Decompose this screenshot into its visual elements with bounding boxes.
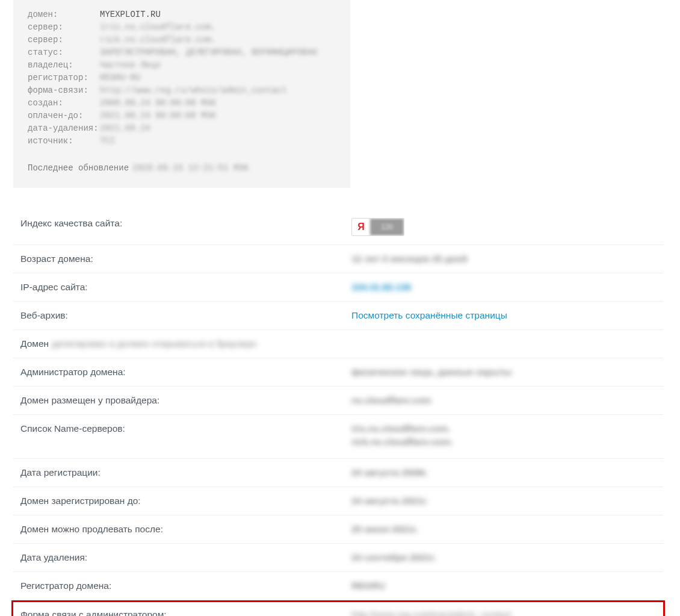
whois-key: владелец: xyxy=(28,59,100,72)
info-label: Дата удаления: xyxy=(20,552,351,563)
blurred-value: 25 июня 2021г. xyxy=(351,524,418,534)
info-row: Список Name-серверов:iris.ns.cloudflare.… xyxy=(13,415,663,459)
whois-value: 2021.08.24 00:00:00 MSK xyxy=(100,110,216,122)
whois-key: статус: xyxy=(28,46,100,59)
info-value: 104.31.82.136 xyxy=(351,282,656,293)
info-value: 25 июня 2021г. xyxy=(351,524,656,535)
whois-value: 2008.08.24 00:00:00 MSK xyxy=(100,97,216,110)
info-row: Домен размещен у провайдера:ns.cloudflar… xyxy=(13,387,663,415)
whois-update-value: 2020.09.15 12:21:51 MSK xyxy=(132,163,249,173)
whois-key: форма-связи: xyxy=(28,84,100,97)
blurred-value: 24 августа 2008г. xyxy=(351,467,428,478)
info-value: REGRU xyxy=(351,580,656,591)
info-row: Форма связи с администратором:http://www… xyxy=(11,600,665,616)
blurred-link[interactable]: 104.31.82.136 xyxy=(351,282,411,292)
whois-value: ЗАРЕГИСТРИРОВАН, ДЕЛЕГИРОВАН, ВЕРИФИЦИРО… xyxy=(100,46,317,59)
info-row: Домен можно продлевать после:25 июня 202… xyxy=(13,515,663,544)
info-value: http://www.reg.ru/whois/admin_contact xyxy=(351,609,656,616)
info-label: Домен делегирован и должен открываться в… xyxy=(20,338,656,349)
info-row: Регистратор домена:REGRU xyxy=(13,572,663,600)
info-value: Посмотреть сохранённые страницы xyxy=(351,310,656,321)
blurred-value: rick.ns.cloudflare.com. xyxy=(351,437,656,447)
blurred-value: физическое лицо, данные скрыты xyxy=(351,367,512,377)
info-value: 24 августа 2008г. xyxy=(351,467,656,478)
info-label: Домен зарегистрирован до: xyxy=(20,496,351,506)
blurred-value: 24 августа 2021г. xyxy=(351,496,428,506)
info-value: 24 августа 2021г. xyxy=(351,496,656,506)
info-label: Возраст домена: xyxy=(20,254,351,264)
info-row: Дата регистрации:24 августа 2008г. xyxy=(13,459,663,487)
info-label: Веб-архив: xyxy=(20,310,351,321)
info-row: Администратор домена:физическое лицо, да… xyxy=(13,358,663,387)
info-value: 24 сентября 2021г. xyxy=(351,552,656,563)
info-label: Форма связи с администратором: xyxy=(20,609,351,616)
info-value: 12 лет 0 месяцев 25 дней xyxy=(351,254,656,264)
info-label: Регистратор домена: xyxy=(20,580,351,591)
whois-row: владелец:Частное Лицо xyxy=(28,59,336,72)
whois-row: домен:MYEXPLOIT.RU xyxy=(28,8,336,21)
blurred-value: 24 сентября 2021г. xyxy=(351,552,436,562)
whois-key: создан: xyxy=(28,97,100,110)
info-label: Домен можно продлевать после: xyxy=(20,524,351,535)
info-label: Домен размещен у провайдера: xyxy=(20,395,351,406)
whois-row: форма-связи:http://www.reg.ru/whois/admi… xyxy=(28,84,336,97)
yandex-quality-badge[interactable]: Я120 xyxy=(351,218,404,236)
domain-info-table: Индекс качества сайта:Я120Возраст домена… xyxy=(13,210,663,616)
info-row: Дата удаления:24 сентября 2021г. xyxy=(13,544,663,572)
info-row: Индекс качества сайта:Я120 xyxy=(13,210,663,245)
whois-key: оплачен-до: xyxy=(28,110,100,122)
web-archive-link[interactable]: Посмотреть сохранённые страницы xyxy=(351,310,507,320)
blurred-value: ns.cloudflare.com xyxy=(351,395,431,405)
info-row: Веб-архив:Посмотреть сохранённые страниц… xyxy=(13,302,663,330)
yandex-score: 120 xyxy=(370,219,404,235)
whois-raw-block: домен:MYEXPLOIT.RUсервер:iris.ns.cloudfl… xyxy=(13,0,350,188)
info-label: Администратор домена: xyxy=(20,367,351,378)
info-label: Индекс качества сайта: xyxy=(20,218,351,229)
whois-update: Последнее обновление2020.09.15 12:21:51 … xyxy=(28,162,336,175)
info-value: Я120 xyxy=(351,218,656,236)
whois-key: сервер: xyxy=(28,34,100,46)
blurred-value: 12 лет 0 месяцев 25 дней xyxy=(351,254,468,264)
blurred-text: http://www.reg.ru/whois/admin_contact xyxy=(351,609,511,616)
whois-key: домен: xyxy=(28,8,100,21)
blurred-value: iris.ns.cloudflare.com. xyxy=(351,423,656,434)
whois-row: создан:2008.08.24 00:00:00 MSK xyxy=(28,97,336,110)
whois-value: TCI xyxy=(100,135,115,148)
info-value: физическое лицо, данные скрыты xyxy=(351,367,656,378)
whois-value: http://www.reg.ru/whois/admin_contact xyxy=(100,84,287,97)
blurred-value: REGRU xyxy=(351,580,385,591)
whois-value: iris.ns.cloudflare.com. xyxy=(100,21,216,34)
whois-row: сервер:iris.ns.cloudflare.com. xyxy=(28,21,336,34)
whois-update-label: Последнее обновление xyxy=(28,163,129,173)
info-row: Домен делегирован и должен открываться в… xyxy=(13,330,663,358)
whois-value: 2021.09.24 xyxy=(100,122,150,135)
whois-key: сервер: xyxy=(28,21,100,34)
info-label: Список Name-серверов: xyxy=(20,423,351,434)
whois-value: Частное Лицо xyxy=(100,59,161,72)
whois-key: регистратор: xyxy=(28,72,100,84)
whois-row: статус:ЗАРЕГИСТРИРОВАН, ДЕЛЕГИРОВАН, ВЕР… xyxy=(28,46,336,59)
info-value: ns.cloudflare.com xyxy=(351,395,656,406)
info-row: IP-адрес сайта:104.31.82.136 xyxy=(13,273,663,302)
info-inline-blur: делегирован и должен открываться в брауз… xyxy=(51,338,258,349)
whois-row: оплачен-до:2021.08.24 00:00:00 MSK xyxy=(28,110,336,122)
info-value: iris.ns.cloudflare.com.rick.ns.cloudflar… xyxy=(351,423,656,450)
whois-row: дата-удаления:2021.09.24 xyxy=(28,122,336,135)
whois-value: rick.ns.cloudflare.com. xyxy=(100,34,216,46)
info-label: Дата регистрации: xyxy=(20,467,351,478)
whois-key: источник: xyxy=(28,135,100,148)
yandex-icon: Я xyxy=(352,219,370,235)
whois-value: MYEXPLOIT.RU xyxy=(100,8,161,21)
info-row: Возраст домена:12 лет 0 месяцев 25 дней xyxy=(13,245,663,273)
whois-row: регистратор:REGRU-RU xyxy=(28,72,336,84)
whois-key: дата-удаления: xyxy=(28,122,100,135)
whois-value: REGRU-RU xyxy=(100,72,140,84)
whois-row: источник:TCI xyxy=(28,135,336,148)
info-label: IP-адрес сайта: xyxy=(20,282,351,293)
info-row: Домен зарегистрирован до:24 августа 2021… xyxy=(13,487,663,515)
whois-row: сервер:rick.ns.cloudflare.com. xyxy=(28,34,336,46)
